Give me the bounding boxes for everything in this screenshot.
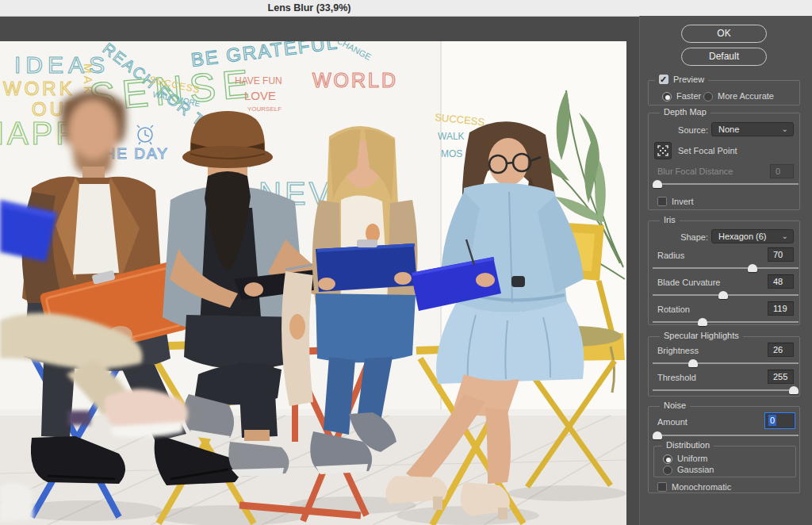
shape-value: Hexagon (6)	[718, 232, 767, 241]
wall-word: LOVE	[244, 89, 276, 102]
ok-button[interactable]: OK	[681, 25, 767, 43]
wall-word: WORK	[3, 78, 75, 99]
distribution-title: Distribution	[662, 440, 714, 450]
rotation-slider[interactable]	[653, 317, 799, 327]
monochromatic-checkbox[interactable]: ✓	[657, 482, 667, 492]
slider-track	[653, 362, 799, 364]
wall-word: WALK	[438, 131, 465, 142]
shape-label: Shape:	[673, 232, 708, 242]
amount-slider[interactable]	[653, 431, 799, 440]
source-dropdown[interactable]: None ⌄	[711, 122, 794, 136]
image-preview-canvas[interactable]: IDEAS WORK OUT MAKE REACH FOR THE STA BE…	[0, 41, 626, 525]
more-accurate-radio[interactable]	[703, 92, 713, 102]
set-focal-point-button[interactable]	[654, 142, 672, 159]
slider-track	[653, 389, 799, 391]
faster-radio[interactable]	[662, 92, 672, 102]
slider-thumb[interactable]	[688, 359, 698, 367]
invert-label: Invert	[672, 197, 694, 206]
amount-value[interactable]: 0	[765, 413, 795, 428]
more-accurate-label: More Accurate	[718, 91, 774, 101]
blade-curvature-slider[interactable]	[653, 290, 799, 300]
blade-curvature-label: Blade Curvature	[657, 278, 721, 287]
slider-thumb[interactable]	[653, 431, 662, 439]
rotation-value[interactable]: 119	[768, 301, 794, 316]
preview-checkbox[interactable]: ✓	[659, 75, 668, 84]
dialog-titlebar: Lens Blur (33,9%)	[0, 0, 812, 17]
brightness-slider[interactable]	[653, 358, 799, 368]
distribution-group: Distribution	[653, 446, 796, 477]
radius-label: Radius	[657, 251, 684, 260]
lens-blur-settings-panel: OK Default ✓ Preview Faster More Accurat…	[639, 16, 812, 525]
gaussian-radio[interactable]	[663, 466, 672, 475]
noise-title: Noise	[660, 400, 690, 410]
wall-word: HAVE FUN	[235, 75, 282, 86]
faster-label: Faster	[676, 91, 701, 101]
uniform-radio[interactable]	[663, 454, 672, 464]
blur-focal-distance-slider[interactable]	[653, 179, 799, 189]
preview-label: Preview	[673, 75, 704, 84]
gaussian-label: Gaussian	[677, 465, 714, 474]
shape-dropdown[interactable]: Hexagon (6) ⌄	[711, 229, 794, 243]
slider-thumb[interactable]	[748, 264, 757, 272]
default-button[interactable]: Default	[681, 48, 767, 66]
slider-track	[653, 183, 799, 185]
photo-illustration: IDEAS WORK OUT MAKE REACH FOR THE STA BE…	[0, 41, 626, 525]
slider-track	[653, 435, 799, 436]
specular-highlights-title: Specular Highlights	[660, 331, 743, 340]
chevron-down-icon: ⌄	[782, 230, 788, 243]
blur-focal-distance-label: Blur Focal Distance	[657, 167, 733, 176]
radius-slider[interactable]	[653, 263, 799, 273]
source-value: None	[718, 125, 739, 134]
depth-map-title: Depth Map	[660, 107, 710, 117]
invert-checkbox[interactable]: ✓	[657, 197, 667, 206]
threshold-value[interactable]: 255	[768, 370, 794, 384]
dialog-title: Lens Blur (33,9%)	[0, 0, 619, 16]
slider-thumb[interactable]	[789, 386, 799, 394]
rotation-label: Rotation	[657, 305, 690, 314]
wall-word: MOS	[441, 148, 462, 159]
blade-curvature-value[interactable]: 48	[768, 274, 794, 289]
iris-title: Iris	[660, 215, 680, 224]
monochromatic-label: Monochromatic	[672, 482, 731, 492]
slider-thumb[interactable]	[698, 318, 707, 326]
checkmark-icon: ✓	[660, 75, 668, 84]
wall-word: YOURSELF	[247, 105, 282, 113]
radius-value[interactable]: 70	[768, 247, 794, 262]
set-focal-point-label: Set Focal Point	[678, 146, 737, 155]
lens-blur-dialog: Lens Blur (33,9%) IDEAS WORK OUT MAK	[0, 0, 812, 525]
slider-thumb[interactable]	[653, 180, 662, 188]
amount-label: Amount	[657, 417, 688, 427]
slider-track	[653, 321, 799, 323]
wall-word: WORLD	[312, 69, 398, 91]
uniform-label: Uniform	[677, 454, 708, 463]
slider-thumb[interactable]	[718, 291, 728, 299]
threshold-slider[interactable]	[653, 385, 799, 395]
brightness-value[interactable]: 26	[768, 343, 794, 357]
source-label: Source:	[673, 125, 708, 135]
focal-point-icon	[655, 143, 671, 159]
brightness-label: Brightness	[657, 346, 699, 355]
slider-track	[653, 267, 799, 269]
threshold-label: Threshold	[657, 373, 696, 382]
chevron-down-icon: ⌄	[782, 123, 788, 136]
blur-focal-distance-value[interactable]: 0	[770, 164, 794, 178]
